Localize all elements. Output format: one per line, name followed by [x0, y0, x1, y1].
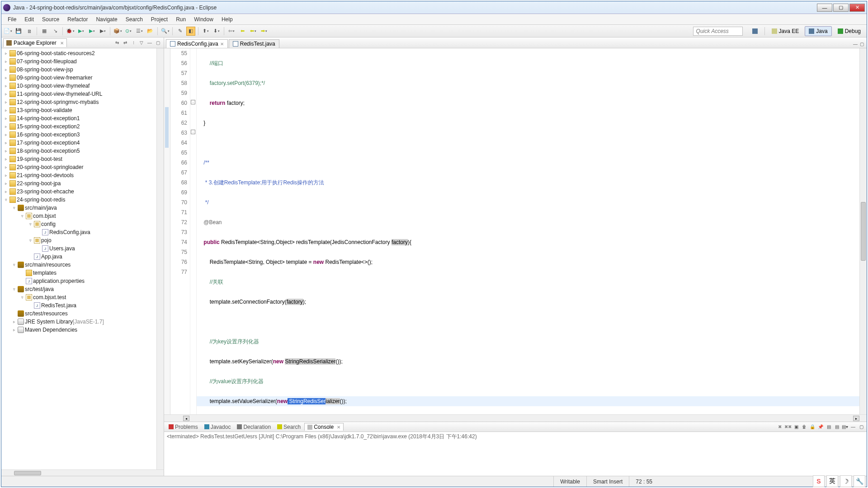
tab-problems[interactable]: Problems [166, 423, 201, 431]
maximize-editor-button[interactable]: ▢ [859, 41, 865, 47]
menu-edit[interactable]: Edit [21, 15, 38, 23]
coverage-button[interactable]: ▶ [87, 27, 96, 36]
tree-horizontal-scrollbar[interactable] [1, 469, 164, 476]
overview-ruler[interactable] [164, 48, 170, 414]
editor-tab-redisconfig[interactable]: RedisConfig.java✕ [166, 39, 228, 48]
open-perspective-button[interactable] [748, 26, 762, 36]
view-menu-button[interactable]: ⁝ [130, 39, 137, 47]
toggle-button[interactable]: ▦ [40, 27, 49, 36]
toggle-mark-button[interactable]: ◧ [186, 27, 195, 36]
tree-node: application.properties [1, 277, 164, 285]
package-icon [6, 40, 12, 46]
menu-file[interactable]: File [4, 15, 20, 23]
menu-search[interactable]: Search [122, 15, 146, 23]
scroll-lock-button[interactable]: 🔒 [809, 423, 816, 431]
open-task-button[interactable]: 📂 [146, 27, 155, 36]
open-type-button[interactable]: ☰ [135, 27, 144, 36]
pin-console-button[interactable]: 📌 [817, 423, 824, 431]
editor-tab-redistest[interactable]: RedisTest.java [229, 39, 279, 48]
clear-console-button[interactable]: 🗑 [801, 423, 808, 431]
terminate-button[interactable]: ▣ [793, 423, 800, 431]
filter-button[interactable]: ▽ [138, 39, 145, 47]
editor-vertical-scrollbar[interactable] [859, 48, 867, 414]
close-button[interactable]: ✕ [849, 4, 865, 12]
folding-ruler[interactable]: - - [190, 48, 197, 414]
menu-refactor[interactable]: Refactor [64, 15, 91, 23]
tab-console[interactable]: Console✕ [304, 423, 344, 431]
back-history-button[interactable]: ⬅ [249, 27, 258, 36]
tree-node: ▹10-spring-boot-view-thymeleaf [1, 82, 164, 90]
maximize-console-button[interactable]: ▢ [858, 423, 865, 431]
menu-bar: File Edit Source Refactor Navigate Searc… [1, 14, 867, 25]
menu-source[interactable]: Source [38, 15, 63, 23]
code-content[interactable]: //端口 factory.setPort(6379);*/ return fac… [197, 48, 867, 414]
annotation-button[interactable]: ✎ [175, 27, 184, 36]
package-explorer-tab[interactable]: Package Explorer ✕ [3, 38, 67, 47]
console-output[interactable]: <terminated> RedisTest.testGetUesrs [JUn… [164, 432, 867, 476]
run-button[interactable]: ▶ [76, 27, 85, 36]
menu-navigate[interactable]: Navigate [92, 15, 121, 23]
perspective-java-ee[interactable]: Java EE [768, 26, 803, 36]
new-package-button[interactable]: 📦 [113, 27, 122, 36]
new-console-button[interactable]: ▤▾ [841, 423, 849, 431]
skip-breakpoints-button[interactable]: ↘ [51, 27, 60, 36]
package-explorer-tree[interactable]: ▹06-spring-boot-static-resources2 ▹07-sp… [1, 48, 164, 476]
perspective-debug[interactable]: Debug [834, 26, 865, 36]
open-console-button[interactable]: ▤ [833, 423, 840, 431]
tab-javadoc[interactable]: Javadoc [202, 423, 234, 431]
link-editor-button[interactable]: ⇄ [122, 39, 129, 47]
ime-language-icon[interactable]: 英 [826, 475, 838, 487]
tree-node: ▿24-spring-boot-redis [1, 196, 164, 204]
collapse-all-button[interactable]: ⇆ [113, 39, 121, 47]
tree-node: App.java [1, 253, 164, 261]
quick-access-input[interactable]: Quick Access [693, 27, 743, 36]
tool-icon[interactable]: 🔧 [854, 475, 865, 487]
maximize-view-button[interactable]: ▢ [154, 39, 161, 47]
declaration-icon [237, 424, 242, 429]
save-all-button[interactable]: 🗎 [25, 27, 34, 36]
back-dropdown-button[interactable]: ⇦ [227, 27, 236, 36]
moon-icon[interactable]: ☽ [840, 475, 852, 487]
menu-project[interactable]: Project [147, 15, 171, 23]
maximize-button[interactable]: ▢ [833, 4, 849, 12]
prev-edit-button[interactable]: ⬆ [201, 27, 210, 36]
tree-node: ▹21-spring-boot-devtools [1, 171, 164, 179]
bottom-view-tabbar: Problems Javadoc Declaration Search Cons… [164, 422, 867, 432]
minimize-editor-button[interactable]: — [852, 41, 859, 47]
next-edit-button[interactable]: ⬇ [212, 27, 221, 36]
minimize-console-button[interactable]: — [849, 423, 857, 431]
perspective-java[interactable]: Java [805, 26, 831, 36]
close-view-icon[interactable]: ✕ [60, 41, 64, 46]
ext-tools-button[interactable]: ▶ [98, 27, 107, 36]
tab-declaration[interactable]: Declaration [234, 423, 274, 431]
tree-node: ▹Maven Dependencies [1, 326, 164, 334]
sogou-ime-icon[interactable]: S [813, 475, 825, 487]
new-class-button[interactable]: ⊙ [124, 27, 133, 36]
minimize-button[interactable]: — [817, 4, 832, 12]
save-button[interactable]: 💾 [14, 27, 23, 36]
tab-search[interactable]: Search [274, 423, 303, 431]
close-tab-icon[interactable]: ✕ [220, 42, 224, 47]
editor-horizontal-scrollbar[interactable]: ◂ ▸ [164, 414, 867, 422]
tree-vertical-scrollbar[interactable] [156, 48, 164, 469]
main-toolbar: 📄 💾 🗎 ▦ ↘ 🐞 ▶ ▶ ▶ 📦 ⊙ ☰ 📂 🔍 ✎ ◧ ⬆ ⬇ ⇦ ⬅ … [1, 25, 867, 38]
forward-button[interactable]: ➡ [259, 27, 269, 36]
menu-help[interactable]: Help [218, 15, 236, 23]
menu-run[interactable]: Run [172, 15, 189, 23]
menu-window[interactable]: Window [190, 15, 217, 23]
search-icon [277, 424, 282, 429]
tree-node: src/test/resources [1, 310, 164, 318]
debug-button[interactable]: 🐞 [66, 27, 75, 36]
new-button[interactable]: 📄 [3, 27, 12, 36]
display-selected-button[interactable]: ▤ [825, 423, 832, 431]
tree-node: ▹08-spring-boot-view-jsp [1, 66, 164, 74]
remove-launch-button[interactable]: ✖ [776, 423, 783, 431]
minimize-view-button[interactable]: — [146, 39, 153, 47]
back-button[interactable]: ⬅ [238, 27, 247, 36]
close-tab-icon[interactable]: ✕ [337, 425, 340, 430]
remove-all-button[interactable]: ✖✖ [784, 423, 792, 431]
search-button[interactable]: 🔍 [160, 27, 170, 36]
code-editor[interactable]: 5556575859606162636465666768697071727374… [164, 48, 867, 414]
line-number-gutter: 5556575859606162636465666768697071727374… [170, 48, 190, 414]
package-explorer-header: Package Explorer ✕ ⇆ ⇄ ⁝ ▽ — ▢ [1, 38, 164, 48]
